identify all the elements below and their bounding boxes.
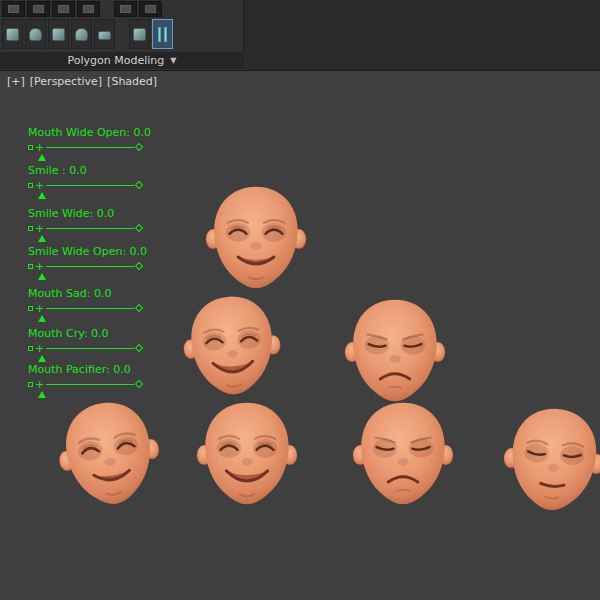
ribbon-mini-toolbar <box>2 1 164 17</box>
ribbon-mini-button[interactable] <box>52 1 75 17</box>
polygon-modeling-panel: Polygon Modeling ▼ <box>0 0 244 70</box>
head-model[interactable] <box>178 289 286 402</box>
ribbon-mini-button[interactable] <box>2 1 25 17</box>
slider-plus-icon[interactable]: + <box>35 345 44 352</box>
tool-icon <box>83 5 94 13</box>
slider-label: Mouth Sad: 0.0 <box>28 288 142 300</box>
slider-track[interactable] <box>46 147 134 148</box>
head-model[interactable] <box>194 398 300 510</box>
tool-icon <box>58 5 69 13</box>
modeling-tool-icon <box>52 28 65 41</box>
slider-label: Smile Wide Open: 0.0 <box>28 246 147 258</box>
max-viewport-window: { "colors": { "accent_green": "#1ae51a",… <box>0 0 600 600</box>
morph-slider-smile: Smile : 0.0 + <box>28 165 142 199</box>
slider-triangle-handle[interactable] <box>38 192 46 199</box>
ribbon-bar: Polygon Modeling ▼ <box>0 0 600 71</box>
slider-plus-icon[interactable]: + <box>35 225 44 232</box>
slider-box-handle[interactable] <box>28 183 33 188</box>
slider-plus-icon[interactable]: + <box>35 144 44 151</box>
slider-box-handle[interactable] <box>28 264 33 269</box>
viewport-label: [+] [Perspective] [Shaded] <box>7 75 157 88</box>
tool-icon <box>33 5 44 13</box>
slider-track[interactable] <box>46 348 134 349</box>
slider-label: Smile : 0.0 <box>28 165 142 177</box>
morph-slider-mouth-pacifier: Mouth Pacifier: 0.0 + <box>28 364 142 398</box>
modeling-tool-icon <box>75 28 88 41</box>
head-model[interactable] <box>49 391 170 517</box>
morph-slider-mouth-wide-open: Mouth Wide Open: 0.0 + <box>28 127 151 161</box>
head-model[interactable] <box>342 295 448 407</box>
slider-diamond-handle[interactable] <box>135 224 143 232</box>
slider-triangle-handle[interactable] <box>38 154 46 161</box>
ribbon-tool-button[interactable] <box>48 19 69 49</box>
tool-icon <box>8 5 19 13</box>
perspective-viewport[interactable]: [+] [Perspective] [Shaded] Mouth Wide Op… <box>0 71 600 600</box>
morph-slider-mouth-sad: Mouth Sad: 0.0 + <box>28 288 142 322</box>
isolate-bars-icon <box>158 27 167 42</box>
slider-diamond-handle[interactable] <box>135 181 143 189</box>
panel-title: Polygon Modeling <box>68 54 165 67</box>
head-model[interactable] <box>350 398 456 510</box>
slider-diamond-handle[interactable] <box>135 304 143 312</box>
viewport-shading-menu[interactable]: [Shaded] <box>107 75 157 88</box>
ribbon-tool-button[interactable] <box>129 19 150 49</box>
slider-diamond-handle[interactable] <box>135 143 143 151</box>
polygon-modeling-panel-header[interactable]: Polygon Modeling ▼ <box>0 52 244 69</box>
slider-triangle-handle[interactable] <box>38 315 46 322</box>
slider-label: Smile Wide: 0.0 <box>28 208 142 220</box>
slider-box-handle[interactable] <box>28 346 33 351</box>
tool-icon <box>145 5 156 13</box>
slider-track[interactable] <box>46 384 134 385</box>
slider-label: Mouth Cry: 0.0 <box>28 328 142 340</box>
ribbon-tool-button[interactable] <box>2 19 23 49</box>
slider-label: Mouth Pacifier: 0.0 <box>28 364 142 376</box>
morph-slider-smile-wide-open: Smile Wide Open: 0.0 + <box>28 246 147 280</box>
ribbon-tool-button[interactable] <box>71 19 92 49</box>
slider-box-handle[interactable] <box>28 382 33 387</box>
ribbon-tool-toolbar <box>2 19 175 49</box>
slider-plus-icon[interactable]: + <box>35 182 44 189</box>
tool-icon <box>120 5 131 13</box>
modeling-tool-icon <box>29 28 42 41</box>
slider-box-handle[interactable] <box>28 145 33 150</box>
slider-triangle-handle[interactable] <box>38 355 46 362</box>
viewport-plus-menu[interactable]: [+] <box>7 75 25 88</box>
slider-box-handle[interactable] <box>28 306 33 311</box>
ribbon-mini-button[interactable] <box>114 1 137 17</box>
viewport-pov-menu[interactable]: [Perspective] <box>30 75 102 88</box>
slider-diamond-handle[interactable] <box>135 262 143 270</box>
morph-slider-mouth-cry: Mouth Cry: 0.0 + <box>28 328 142 362</box>
slider-diamond-handle[interactable] <box>135 344 143 352</box>
morph-slider-smile-wide: Smile Wide: 0.0 + <box>28 208 142 242</box>
modeling-tool-icon <box>98 31 111 40</box>
slider-track[interactable] <box>46 228 134 229</box>
slider-track[interactable] <box>46 185 134 186</box>
slider-track[interactable] <box>46 266 134 267</box>
slider-diamond-handle[interactable] <box>135 380 143 388</box>
head-model[interactable] <box>497 400 600 519</box>
slider-plus-icon[interactable]: + <box>35 381 44 388</box>
modeling-tool-icon <box>133 28 146 41</box>
slider-plus-icon[interactable]: + <box>35 263 44 270</box>
slider-box-handle[interactable] <box>28 226 33 231</box>
slider-triangle-handle[interactable] <box>38 273 46 280</box>
slider-triangle-handle[interactable] <box>38 235 46 242</box>
slider-label: Mouth Wide Open: 0.0 <box>28 127 151 139</box>
head-model[interactable] <box>203 182 309 294</box>
ribbon-tool-button[interactable] <box>25 19 46 49</box>
modeling-tool-icon <box>6 28 19 41</box>
slider-triangle-handle[interactable] <box>38 391 46 398</box>
chevron-down-icon: ▼ <box>170 56 176 65</box>
slider-track[interactable] <box>46 308 134 309</box>
ribbon-tool-button-active[interactable] <box>152 19 173 49</box>
ribbon-mini-button[interactable] <box>139 1 162 17</box>
ribbon-tool-button[interactable] <box>94 19 115 49</box>
ribbon-mini-button[interactable] <box>27 1 50 17</box>
slider-plus-icon[interactable]: + <box>35 305 44 312</box>
ribbon-mini-button[interactable] <box>77 1 100 17</box>
